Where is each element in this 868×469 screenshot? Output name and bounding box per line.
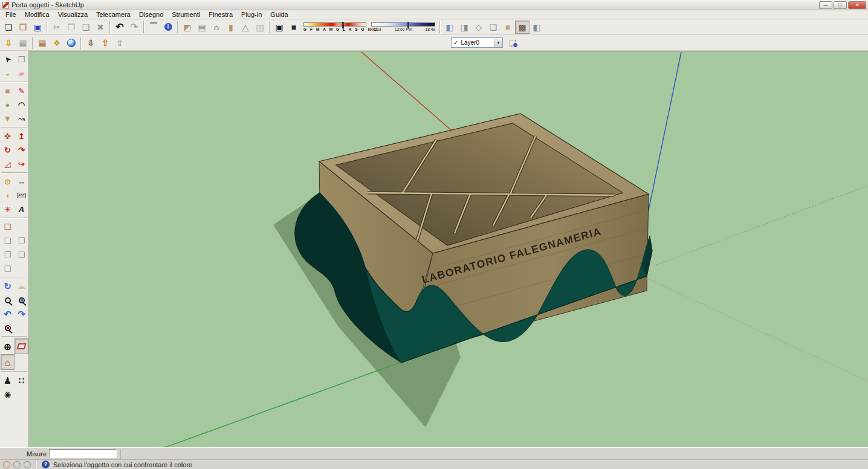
geo-location-icon[interactable] [3,461,10,468]
face-style-back-edges-button[interactable]: ◨ [457,21,471,34]
split-tool[interactable]: ❑ [1,262,15,276]
subtract-tool[interactable]: ❐ [15,234,28,248]
follow-me-tool[interactable]: ↷ [15,143,28,157]
face-style-textured-button[interactable]: ▩ [515,21,530,34]
delete-button[interactable]: ✖ [93,21,108,34]
previous-view-tool[interactable]: ↶ [1,307,15,321]
save-button[interactable]: ▣ [30,21,45,34]
share-component-button[interactable]: ⇧ [112,36,127,50]
time-slider-track[interactable] [371,22,435,27]
help-icon[interactable]: ? [42,461,50,468]
eraser-tool[interactable]: ▰ [15,66,28,80]
toggle-terrain-button[interactable]: ▦ [16,36,30,50]
menu-telecamera[interactable]: Telecamera [92,11,135,18]
menu-guida[interactable]: Guida [266,11,292,18]
menu-file[interactable]: File [1,11,21,18]
minimize-button[interactable]: — [819,1,832,9]
menu-modifica[interactable]: Modifica [21,11,54,18]
restore-button[interactable]: □ [834,1,847,9]
next-view-tool[interactable]: ↷ [15,307,28,321]
tape-measure-tool[interactable]: ⊙ [1,175,15,189]
face-style-monochrome-button[interactable]: ◧ [530,21,544,34]
polygon-tool[interactable]: ▼ [1,112,15,126]
shadow-time-slider[interactable]: 06:33 12:00 PM 18:49 [371,22,435,31]
3d-text-tool[interactable]: A [15,202,28,216]
move-tool[interactable]: ✜ [1,129,15,143]
menu-disegno[interactable]: Disegno [135,11,167,18]
face-style-hidden-line-button[interactable]: ❏ [486,21,500,34]
rotate-tool[interactable]: ↻ [1,143,15,157]
share-model-button[interactable]: ⇧ [98,36,112,50]
chevron-down-icon[interactable]: ▼ [494,38,502,47]
view-top-button[interactable]: ▤ [195,21,209,34]
make-component-tool[interactable]: ❒ [15,53,28,66]
zoom-extents-tool[interactable] [1,321,15,335]
menu-plugin[interactable]: Plug-in [237,11,266,18]
pan-tool[interactable]: ☁ [15,279,28,293]
model-info-button[interactable]: i [161,21,175,34]
google-earth-button[interactable] [64,36,79,50]
copy-button[interactable]: ❐ [64,21,79,34]
position-camera-tool[interactable]: ♟ [1,374,15,387]
walk-tool[interactable]: ∷ [15,374,28,387]
sign-in-icon[interactable] [24,461,31,468]
protractor-tool[interactable]: ◖ [1,189,15,202]
preview-model-button[interactable]: ❖ [50,36,64,50]
view-front-button[interactable]: ⌂ [209,21,224,34]
zoom-window-tool[interactable] [15,293,28,307]
axes-tool[interactable]: ✳ [1,202,15,216]
face-style-wireframe-button[interactable]: ◇ [471,21,486,34]
menu-visualizza[interactable]: Visualizza [54,11,92,18]
shadow-date-slider[interactable]: G F M A M G L A S O N D [303,22,366,31]
layer-dropdown[interactable]: ✓ Layer0 ▼ [451,37,503,48]
view-iso-button[interactable]: ◩ [180,21,195,34]
offset-tool[interactable]: ↪ [15,157,28,171]
attribution-icon[interactable] [13,461,21,468]
face-style-xray-button[interactable]: ◧ [442,21,457,34]
view-left-button[interactable]: △ [238,21,253,34]
outer-shell-tool[interactable]: ❏ [1,220,15,234]
look-around-tool[interactable]: ◉ [1,387,15,401]
text-tool[interactable]: ABC [15,189,28,202]
face-style-shaded-button[interactable]: ■ [500,21,515,34]
trim-tool[interactable]: ❐ [1,248,15,262]
layer-manager-button[interactable]: ❏ [505,36,520,50]
zoom-tool[interactable] [1,293,15,307]
open-button[interactable]: ❐ [16,21,30,34]
close-button[interactable]: ✕ [848,1,866,9]
new-button[interactable]: ❏ [1,21,16,34]
paste-button[interactable]: ❑ [79,21,93,34]
redo-button[interactable]: ↷ [127,21,141,34]
print-button[interactable]: ▔ [146,21,161,34]
rectangle-tool[interactable]: ■ [1,84,15,98]
circle-tool[interactable]: ● [1,98,15,112]
view-right-button[interactable]: ▮ [224,21,238,34]
scale-tool[interactable]: ◿ [1,157,15,171]
get-models-button[interactable]: ⇩ [83,36,98,50]
select-tool[interactable]: ➤ [1,53,15,66]
dimension-tool[interactable]: ↔ [15,175,28,189]
photo-textures-button[interactable]: ▦ [35,36,50,50]
shadow-settings-button[interactable]: ▣ [272,21,287,34]
measurements-input[interactable] [49,449,117,458]
model-viewport[interactable]: LABORATORIO FALEGNAMERIA [29,51,868,447]
add-location-button[interactable]: ⇩ [1,36,16,50]
line-tool[interactable]: ✎ [15,84,28,98]
toggle-shadows-button[interactable]: ■ [287,21,301,34]
intersect-tool[interactable]: ❏ [15,248,28,262]
view-back-button[interactable]: ◫ [253,21,267,34]
paint-bucket-tool[interactable]: ◒ [1,66,15,80]
camera-target-tool[interactable]: ⊕ [1,338,15,354]
date-slider-handle[interactable] [342,22,344,28]
push-pull-tool[interactable]: ↥ [15,129,28,143]
date-slider-track[interactable] [303,22,366,27]
menu-finestra[interactable]: Finestra [204,11,237,18]
section-plane-tool[interactable] [15,338,28,354]
section-display-toggle[interactable]: ⌂ [1,354,15,370]
orbit-tool[interactable]: ↻ [1,279,15,293]
arc-tool[interactable]: ◠ [15,98,28,112]
freehand-tool[interactable]: ↝ [15,112,28,126]
time-slider-handle[interactable] [407,22,409,28]
undo-button[interactable]: ↶ [112,21,127,34]
union-tool[interactable]: ❏ [1,234,15,248]
